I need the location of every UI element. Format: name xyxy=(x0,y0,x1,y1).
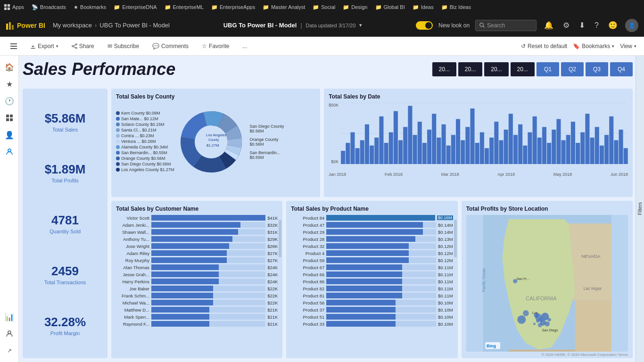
bell-icon[interactable]: 🔔 xyxy=(542,19,555,32)
customer-name: Frank Schm... xyxy=(116,293,151,298)
year-btn-2[interactable]: 20... xyxy=(484,62,508,76)
q1-button[interactable]: Q1 xyxy=(537,62,559,76)
year-btn-0[interactable]: 20... xyxy=(432,62,456,76)
filters-panel: Filters xyxy=(636,56,644,362)
svg-rect-3 xyxy=(8,8,10,10)
profit-margin-value: 32.28% xyxy=(30,315,100,329)
export-button[interactable]: Export ▾ xyxy=(27,41,61,51)
emoji-icon[interactable]: 🙂 xyxy=(606,19,619,32)
product-scrollbar[interactable] xyxy=(454,220,457,257)
profit-margin-label: Profit Margin xyxy=(30,330,100,336)
bizideas-nav-item[interactable]: 📁 Biz Ideas xyxy=(441,4,471,10)
enterprisedna-nav-item[interactable]: 📁 EnterpriseDNA xyxy=(114,4,157,10)
customer-bar-row: Michael Wa... $22K xyxy=(116,300,278,305)
product-bar-track xyxy=(326,229,436,235)
svg-rect-99 xyxy=(619,130,623,164)
sidebar-icon-home[interactable]: 🏠 xyxy=(2,59,17,74)
enterpriseml-nav-item[interactable]: 📁 EnterpriseML xyxy=(165,4,204,10)
customer-bar-row: Roy Murphy $27K xyxy=(116,257,278,263)
globalbi-nav-item[interactable]: 📁 Global BI xyxy=(375,4,405,10)
product-bar-track xyxy=(326,250,436,256)
total-sales-label: Total Sales xyxy=(30,127,100,132)
avatar[interactable]: 👤 xyxy=(625,19,638,32)
more-button[interactable]: ... xyxy=(239,41,250,51)
customer-bar-fill xyxy=(151,250,227,256)
x-label-jun: Jun 2018 xyxy=(611,172,628,177)
sidebar-icon-workspaces[interactable] xyxy=(2,144,17,159)
comments-button[interactable]: 💬 Comments xyxy=(149,41,191,51)
svg-rect-1 xyxy=(8,4,10,7)
svg-rect-80 xyxy=(528,132,532,164)
svg-rect-85 xyxy=(552,130,556,164)
apps-label: Apps xyxy=(12,4,24,10)
svg-rect-2 xyxy=(4,8,7,10)
product-bar-fill xyxy=(326,257,408,263)
favorite-button[interactable]: ☆ Favorite xyxy=(199,41,232,51)
total-profits-card: $1.89M Total Profits xyxy=(30,162,100,183)
ideas-nav-item[interactable]: 📁 Ideas xyxy=(413,4,434,10)
filters-label[interactable]: Filters xyxy=(636,198,644,219)
svg-text:County: County xyxy=(208,138,219,142)
product-name: Product 66 xyxy=(291,272,326,277)
year-btn-1[interactable]: 20... xyxy=(458,62,482,76)
svg-text:Los Angeles: Los Angeles xyxy=(206,133,227,137)
product-bar-track xyxy=(326,300,436,305)
dropdown-arrow-icon[interactable]: ▾ xyxy=(359,22,362,28)
q2-button[interactable]: Q2 xyxy=(561,62,584,76)
customer-bar-track xyxy=(151,236,265,242)
settings-icon[interactable]: ⚙ xyxy=(561,19,571,32)
help-icon[interactable]: ? xyxy=(593,19,601,32)
subscribe-button[interactable]: ✉ Subscribe xyxy=(105,41,142,51)
y-axis-top: $50K xyxy=(329,103,339,107)
view-button[interactable]: View ▾ xyxy=(620,43,636,49)
map-container[interactable]: NEVADA CALIFORNIA Pacific Ocean Mexicali xyxy=(466,215,628,352)
product-bar-row: Product 28 $0.13M xyxy=(291,236,453,242)
breadcrumb-report[interactable]: UBG To Power BI - Model xyxy=(99,22,170,29)
sidebar-icon-apps[interactable] xyxy=(2,110,17,125)
year-btn-3[interactable]: 20... xyxy=(511,62,535,76)
new-look-toggle[interactable] xyxy=(416,21,433,30)
sidebar-icon-shared[interactable]: 👤 xyxy=(2,127,17,142)
sidebar-icon-reports[interactable]: 📊 xyxy=(2,309,17,324)
customer-bar-row: Harry Perkins $24K xyxy=(116,279,278,284)
quantity-sold-label: Quantity Sold xyxy=(30,229,100,234)
customer-name: Harry Perkins xyxy=(116,279,151,284)
customer-bar-row: Adam Riley $27K xyxy=(116,250,278,256)
sidebar-icon-favorites[interactable]: ★ xyxy=(2,76,17,91)
hamburger-menu[interactable] xyxy=(8,41,20,51)
enterpriseapps-nav-item[interactable]: 📁 EnterpriseApps xyxy=(211,4,255,10)
q3-button[interactable]: Q3 xyxy=(586,62,608,76)
share-button[interactable]: Share xyxy=(69,41,97,51)
svg-rect-0 xyxy=(4,4,7,7)
apps-nav-item[interactable]: Apps xyxy=(4,4,24,10)
customer-scrollbar[interactable] xyxy=(279,220,281,257)
download-icon[interactable]: ⬇ xyxy=(577,19,587,32)
sidebar-icon-expand[interactable]: ↗ xyxy=(2,343,17,358)
sidebar-icon-profile[interactable] xyxy=(2,326,17,341)
bookmarks-nav-item[interactable]: ★ Bookmarks xyxy=(74,4,106,10)
product-value: $0.11M xyxy=(438,286,453,291)
customer-bar-track xyxy=(151,272,265,277)
breadcrumb-workspace[interactable]: My workspace xyxy=(53,22,92,29)
masteranalyst-nav-item[interactable]: 📁 Master Analyst xyxy=(263,4,305,10)
ideas-label: Ideas xyxy=(421,4,434,10)
social-nav-item[interactable]: 📁 Social xyxy=(313,4,335,10)
product-name: Product 82 xyxy=(291,286,326,291)
customer-name: Raymond F... xyxy=(116,321,151,327)
design-nav-item[interactable]: 📁 Design xyxy=(343,4,367,10)
quantity-sold-value: 4781 xyxy=(30,213,100,228)
sidebar-icon-recent[interactable]: 🕐 xyxy=(2,93,17,108)
product-name: Product 67 xyxy=(291,265,326,270)
search-box[interactable]: Search xyxy=(475,20,537,31)
product-bar-row: Product 47 $0.14M xyxy=(291,222,453,228)
product-name: Product 37 xyxy=(291,307,326,313)
customer-name: Shawn Wall... xyxy=(116,230,151,235)
svg-text:Pacific Ocean: Pacific Ocean xyxy=(482,268,486,292)
reset-button[interactable]: ↺ Reset to default xyxy=(521,43,567,49)
bookmarks-button[interactable]: 🔖 Bookmarks ▾ xyxy=(573,43,614,49)
broadcasts-nav-item[interactable]: 📡 Broadcasts xyxy=(32,4,66,10)
donut-svg: Los Angeles County $1.27M xyxy=(178,109,244,175)
ellipsis-icon: ... xyxy=(242,43,247,49)
q4-button[interactable]: Q4 xyxy=(610,62,633,76)
product-bar-fill xyxy=(326,250,408,256)
